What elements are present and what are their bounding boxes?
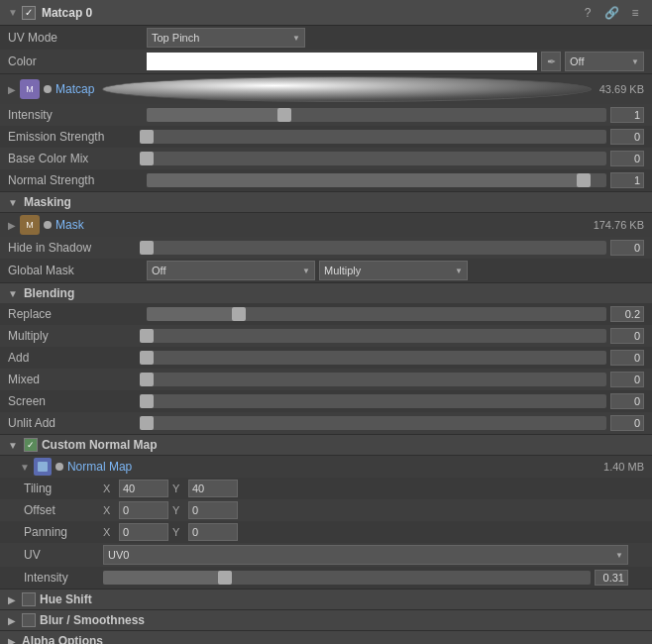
offset-y-value[interactable]: 0 — [188, 501, 238, 519]
mixed-value[interactable]: 0 — [610, 372, 644, 387]
alpha-arrow: ▶ — [8, 636, 16, 645]
link-icon[interactable]: 🔗 — [602, 4, 620, 22]
hide-shadow-thumb[interactable] — [140, 241, 154, 255]
matcap-name[interactable]: Matcap — [55, 82, 94, 96]
emission-label: Emission Strength — [8, 130, 147, 144]
screen-row: Screen 0 — [0, 390, 652, 412]
menu-icon[interactable]: ≡ — [626, 4, 644, 22]
uv-dropdown[interactable]: UV0 ▼ — [103, 545, 628, 565]
multiply-label: Multiply — [8, 329, 147, 343]
normal-strength-thumb[interactable] — [577, 173, 591, 187]
screen-control: 0 — [147, 393, 644, 409]
global-mask-control: Off ▼ Multiply ▼ — [147, 261, 644, 280]
add-thumb[interactable] — [140, 351, 154, 365]
base-color-slider[interactable] — [147, 152, 606, 165]
custom-nm-checkbox[interactable]: ✓ — [24, 438, 38, 452]
mask-name[interactable]: Mask — [55, 218, 84, 232]
color-mode-dropdown[interactable]: Off ▼ — [565, 52, 644, 71]
panning-y-value[interactable]: 0 — [188, 523, 238, 541]
tiling-x-value[interactable]: 40 — [119, 480, 168, 497]
mixed-row: Mixed 0 — [0, 369, 652, 390]
emission-value[interactable]: 0 — [610, 129, 644, 145]
base-color-value[interactable]: 0 — [610, 151, 644, 166]
hue-shift-checkbox[interactable] — [22, 592, 36, 606]
emission-thumb[interactable] — [140, 130, 154, 144]
tiling-row: Tiling X 40 Y 40 — [0, 478, 652, 499]
custom-normal-map-header[interactable]: ▼ ✓ Custom Normal Map — [0, 434, 652, 455]
tiling-label: Tiling — [24, 482, 103, 495]
global-mask-dropdown2[interactable]: Multiply ▼ — [319, 261, 468, 280]
intensity-value[interactable]: 1 — [610, 107, 644, 123]
offset-x-value[interactable]: 0 — [119, 501, 168, 519]
help-icon[interactable]: ? — [579, 4, 597, 22]
matcap-asset-row: ▶ M Matcap 43.69 KB — [0, 73, 652, 104]
unlit-add-control: 0 — [147, 415, 644, 431]
alpha-options-header[interactable]: ▶ Alpha Options — [0, 630, 652, 644]
color-bar[interactable] — [147, 53, 537, 70]
masking-title: Masking — [24, 195, 71, 209]
matcap-preview — [102, 76, 591, 102]
hide-shadow-slider[interactable] — [147, 241, 606, 255]
unlit-add-value[interactable]: 0 — [610, 415, 644, 431]
intensity-slider[interactable] — [147, 108, 606, 122]
panel-checkbox[interactable]: ✓ — [22, 6, 36, 20]
uv-mode-control: Top Pinch ▼ — [147, 28, 644, 48]
color-label: Color — [8, 54, 147, 68]
custom-nm-arrow: ▼ — [8, 440, 18, 451]
intensity-thumb[interactable] — [277, 108, 291, 122]
mask-expand-arrow[interactable]: ▶ — [8, 220, 16, 231]
masking-section-header[interactable]: ▼ Masking — [0, 191, 652, 212]
panning-x-value[interactable]: 0 — [119, 523, 168, 541]
normal-strength-slider[interactable] — [147, 173, 606, 187]
hue-shift-header[interactable]: ▶ Hue Shift — [0, 589, 652, 609]
base-color-row: Base Color Mix 0 — [0, 148, 652, 169]
normal-map-asset-row: ▼ Normal Map 1.40 MB — [0, 455, 652, 478]
uv-mode-dropdown[interactable]: Top Pinch ▼ — [147, 28, 305, 48]
blending-section-header[interactable]: ▼ Blending — [0, 282, 652, 303]
screen-thumb[interactable] — [140, 394, 154, 408]
normal-map-expand[interactable]: ▼ — [20, 462, 30, 473]
mask-asset-row: ▶ M Mask 174.76 KB — [0, 212, 652, 237]
unlit-add-thumb[interactable] — [140, 416, 154, 430]
screen-slider[interactable] — [147, 394, 606, 408]
tiling-y-value[interactable]: 40 — [188, 480, 238, 497]
panel-expand-arrow[interactable]: ▼ — [8, 7, 18, 18]
eyedropper-icon[interactable]: ✒ — [541, 52, 561, 71]
nm-intensity-value[interactable]: 0.31 — [595, 570, 628, 586]
mixed-thumb[interactable] — [140, 373, 154, 386]
add-value[interactable]: 0 — [610, 350, 644, 366]
normal-strength-value[interactable]: 1 — [610, 172, 644, 188]
matcap-expand-arrow[interactable]: ▶ — [8, 84, 16, 95]
emission-slider[interactable] — [147, 130, 606, 144]
hide-shadow-row: Hide in Shadow 0 — [0, 237, 652, 259]
screen-value[interactable]: 0 — [610, 393, 644, 409]
base-color-thumb[interactable] — [140, 152, 154, 165]
panel-icons: ? 🔗 ≡ — [579, 4, 644, 22]
replace-control: 0.2 — [147, 306, 644, 322]
hue-shift-arrow: ▶ — [8, 594, 16, 605]
mask-asset-icon: M — [20, 215, 40, 235]
uv-mode-row: UV Mode Top Pinch ▼ — [0, 26, 652, 50]
nm-intensity-slider[interactable] — [103, 571, 591, 585]
normal-map-name[interactable]: Normal Map — [67, 460, 132, 474]
replace-thumb[interactable] — [232, 307, 246, 321]
hide-shadow-value[interactable]: 0 — [610, 240, 644, 256]
add-slider[interactable] — [147, 351, 606, 365]
mixed-slider[interactable] — [147, 373, 606, 386]
unlit-add-slider[interactable] — [147, 416, 606, 430]
multiply-row: Multiply 0 — [0, 325, 652, 347]
multiply-slider[interactable] — [147, 329, 606, 343]
replace-value[interactable]: 0.2 — [610, 306, 644, 322]
intensity-label: Intensity — [8, 108, 147, 122]
nm-intensity-thumb[interactable] — [218, 571, 232, 585]
tiling-x-label: X — [103, 483, 115, 494]
multiply-value[interactable]: 0 — [610, 328, 644, 344]
replace-slider[interactable] — [147, 307, 606, 321]
panning-xy: X 0 Y 0 — [103, 523, 238, 541]
offset-xy: X 0 Y 0 — [103, 501, 238, 519]
global-mask-dropdown1[interactable]: Off ▼ — [147, 261, 315, 280]
blur-checkbox[interactable] — [22, 613, 36, 627]
hue-shift-title: Hue Shift — [40, 592, 92, 606]
multiply-thumb[interactable] — [140, 329, 154, 343]
blur-smoothness-header[interactable]: ▶ Blur / Smoothness — [0, 609, 652, 630]
